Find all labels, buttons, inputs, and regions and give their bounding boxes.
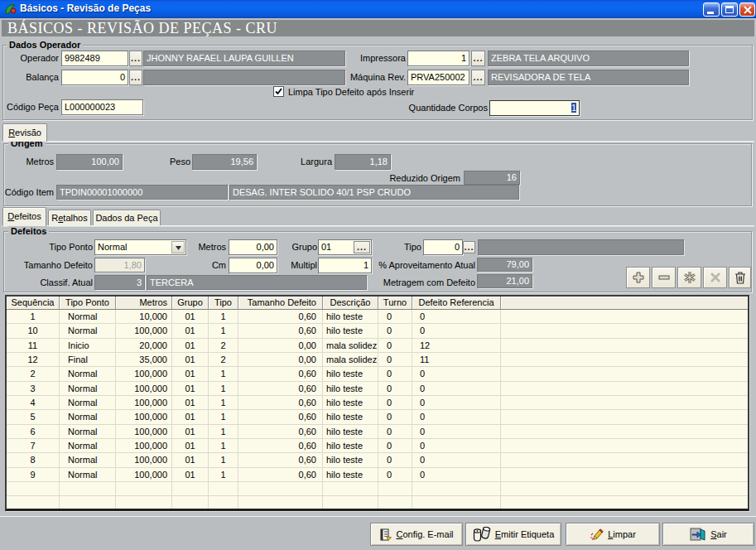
table-row[interactable]: 10Normal100,0000110,60hilo teste00 <box>7 324 748 338</box>
grid-cell: 11 <box>412 353 501 367</box>
grid-cell: 0,60 <box>238 396 323 410</box>
maquina-lookup-button[interactable]: ... <box>471 70 485 85</box>
table-row[interactable]: 3Normal100,0000110,60hilo teste00 <box>7 382 748 396</box>
column-header[interactable]: Turno <box>378 297 412 310</box>
remove-button[interactable] <box>652 267 676 288</box>
table-row[interactable]: 12Final35,0000120,00mala solidez011 <box>7 353 748 367</box>
tab-retalhos[interactable]: Retalhos <box>48 210 91 225</box>
maquina-input[interactable]: PRVA250002 <box>407 70 469 85</box>
quantidade-corpos-input[interactable]: 1 <box>489 100 580 116</box>
table-row[interactable] <box>7 496 748 510</box>
plus-icon <box>632 271 645 284</box>
tipo-lookup-button[interactable]: ... <box>463 241 475 253</box>
codigo-peca-input[interactable]: L000000023 <box>61 99 143 115</box>
grid-cell: Normal <box>60 468 116 482</box>
defeitos-legend: Defeitos <box>8 226 49 237</box>
impressora-lookup-button[interactable]: ... <box>471 51 485 66</box>
limpar-button[interactable]: Limpar <box>566 523 660 546</box>
codigo-peca-label: Código Peça <box>0 102 59 113</box>
titlebar: Básicos - Revisão de Peças <box>0 0 756 18</box>
table-row[interactable]: 2Normal100,0000110,60hilo teste00 <box>7 367 748 381</box>
grid-cell-filler <box>501 453 748 467</box>
column-header[interactable]: Defeito Referencia <box>412 297 501 310</box>
tab-dados-da-peca[interactable]: Dados da Peça <box>93 210 161 225</box>
grid-cell-filler <box>501 339 748 353</box>
grid-cell: 01 <box>172 396 209 410</box>
grid-cell: 0 <box>378 339 412 353</box>
table-row[interactable]: 8Normal100,0000110,60hilo teste00 <box>7 453 748 467</box>
table-row[interactable]: 11Inicio20,0000120,00mala solidez012 <box>7 339 748 353</box>
grid-cell <box>412 496 501 510</box>
grupo-lookup-button[interactable]: ... <box>354 241 370 253</box>
column-header[interactable]: Metros <box>116 297 172 310</box>
grid-cell: 1 <box>209 382 238 396</box>
operador-nome-display: JHONNY RAFAEL LAUPA GUILLEN <box>143 51 345 66</box>
column-header[interactable]: Tipo <box>209 297 238 310</box>
table-row[interactable]: 5Normal100,0000110,60hilo teste00 <box>7 410 748 424</box>
grid-cell: 100,000 <box>116 439 172 453</box>
balanca-lookup-button[interactable]: ... <box>129 70 142 85</box>
defeitos-table[interactable]: SequênciaTipo PontoMetrosGrupoTipoTamanh… <box>5 295 749 511</box>
close-button[interactable] <box>739 2 755 17</box>
defeitos-metros-input[interactable]: 0,00 <box>229 239 277 255</box>
grid-cell: 11 <box>7 339 60 353</box>
tipo-ponto-combo[interactable]: Normal <box>94 239 186 255</box>
grid-cell: mala solidez <box>323 353 378 367</box>
grid-cell: 0 <box>378 310 412 324</box>
table-row[interactable]: 7Normal100,0000110,60hilo teste00 <box>7 439 748 453</box>
combo-dropdown-button[interactable] <box>171 241 185 253</box>
codigo-item-label: Código Item <box>0 187 54 198</box>
column-header[interactable]: Grupo <box>172 297 209 310</box>
origem-metros-label: Metros <box>0 157 54 167</box>
grid-cell: Normal <box>60 324 116 338</box>
grid-cell: 7 <box>7 439 60 453</box>
origem-peso-display: 19,56 <box>192 154 257 170</box>
sair-button[interactable]: Sair <box>662 523 754 546</box>
grid-cell: 0 <box>378 367 412 381</box>
table-row[interactable] <box>7 482 748 496</box>
grid-cell-filler <box>501 367 748 381</box>
config-email-button[interactable]: Config. E-mail <box>370 523 463 546</box>
balanca-input[interactable]: 0 <box>61 70 128 85</box>
grid-cell: 3 <box>7 382 60 396</box>
grid-cell: 0 <box>378 382 412 396</box>
column-header[interactable]: Sequência <box>7 297 60 310</box>
impressora-input[interactable]: 1 <box>407 51 469 66</box>
grid-cell: 0,60 <box>238 439 323 453</box>
maximize-button[interactable] <box>721 2 738 17</box>
grid-cell: 1 <box>209 468 238 482</box>
table-row[interactable]: 1Normal10,0000110,60hilo teste00 <box>7 310 748 324</box>
column-header[interactable]: Tamanho Defeito <box>238 297 323 310</box>
tipo-input[interactable]: 0 <box>423 239 463 255</box>
grid-cell: 01 <box>172 310 209 324</box>
tab-revisao[interactable]: Revisão <box>2 123 47 142</box>
column-header[interactable]: Tipo Ponto <box>60 297 116 310</box>
table-row[interactable]: 4Normal100,0000110,60hilo teste00 <box>7 396 748 410</box>
grid-cell: 01 <box>172 425 209 439</box>
reduzido-origem-label: Reduzido Origem <box>373 173 460 184</box>
limpa-tipo-defeito-checkbox[interactable] <box>273 86 284 97</box>
cm-input[interactable]: 0,00 <box>229 258 277 273</box>
grid-cell: 2 <box>7 367 60 381</box>
grid-cell: hilo teste <box>323 453 378 467</box>
operador-lookup-button[interactable]: ... <box>129 51 142 66</box>
delete-button[interactable] <box>729 267 751 288</box>
grid-cell: 0 <box>378 324 412 338</box>
edit-button[interactable] <box>677 267 701 288</box>
emitir-etiqueta-button[interactable]: Emitir Etiqueta <box>465 523 561 546</box>
grid-cell: 12 <box>7 353 60 367</box>
table-row[interactable]: 6Normal100,0000110,60hilo teste00 <box>7 425 748 439</box>
column-header[interactable]: Descrição <box>323 297 378 310</box>
grid-cell: 0 <box>412 324 501 338</box>
operador-input[interactable]: 9982489 <box>61 51 128 66</box>
grid-cell: Normal <box>60 382 116 396</box>
table-row[interactable]: 9Normal100,0000110,60hilo teste00 <box>7 468 748 482</box>
add-button[interactable] <box>626 267 650 288</box>
tab-defeitos[interactable]: Defeitos <box>2 207 46 226</box>
minimize-button[interactable] <box>703 2 720 17</box>
grid-cell: 100,000 <box>116 382 172 396</box>
grid-cell: 0,60 <box>238 367 323 381</box>
grid-cell: Normal <box>60 453 116 467</box>
grid-cell: Normal <box>60 425 116 439</box>
cancel-button[interactable] <box>703 267 727 288</box>
